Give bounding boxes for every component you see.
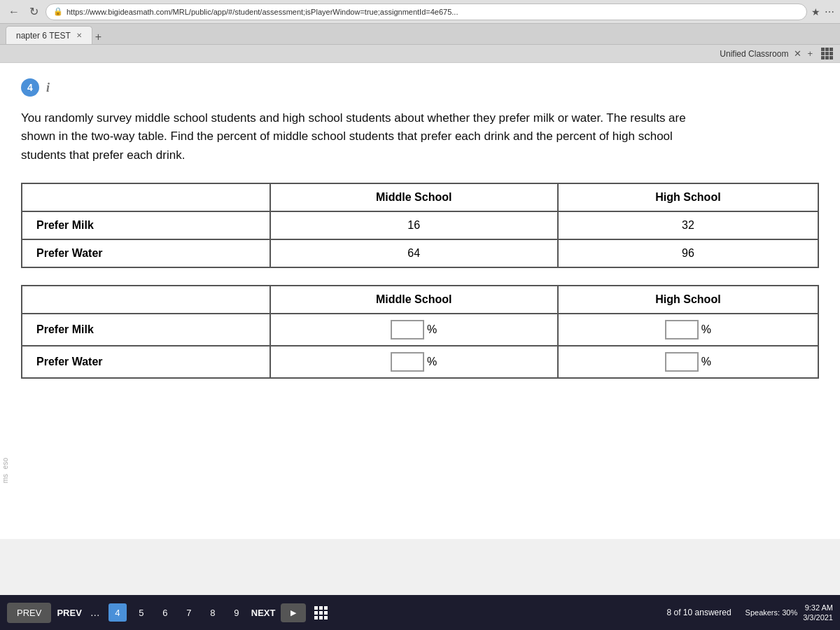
lock-icon: 🔒 (53, 7, 63, 16)
input-row-water-high-cell: % (558, 346, 818, 378)
bookmark-button[interactable]: ★ (811, 6, 820, 18)
url-text: https://www.bigideasmath.com/MRL/public/… (66, 8, 458, 16)
data-table: Middle School High School Prefer Milk 16… (21, 183, 819, 268)
add-tab-icon[interactable]: + (807, 48, 813, 59)
page-6[interactable]: 6 (156, 603, 174, 622)
answered-count: 8 of 10 answered (667, 608, 732, 617)
info-badge: i (46, 80, 50, 95)
page-7[interactable]: 7 (180, 603, 198, 622)
data-row-water-label: Prefer Water (22, 239, 270, 267)
time-display: 9:32 AM 3/3/2021 (803, 603, 833, 623)
close-icon[interactable]: ✕ (794, 48, 802, 59)
input-row-milk-label: Prefer Milk (22, 314, 270, 346)
refresh-button[interactable]: ↻ (27, 4, 41, 20)
data-table-empty-header (22, 183, 270, 211)
page-5[interactable]: 5 (132, 603, 150, 622)
input-row-water-middle-cell: % (270, 346, 558, 378)
data-row-water: Prefer Water 64 96 (22, 239, 818, 267)
bottom-nav-bar: PREV PREV … 4 5 6 7 8 9 NEXT ▶ 8 of 10 a… (0, 595, 840, 630)
milk-high-percent: % (701, 323, 711, 336)
prev-label: PREV (57, 608, 81, 618)
water-high-percent: % (701, 356, 711, 368)
data-row-milk: Prefer Milk 16 32 (22, 211, 818, 239)
prev-button[interactable]: PREV (7, 603, 51, 623)
new-tab-button[interactable]: + (95, 31, 102, 43)
speaker-label: Speakers: 30% (746, 608, 798, 617)
next-button[interactable]: ▶ (281, 603, 306, 622)
tab-close-icon[interactable]: ✕ (76, 31, 82, 39)
left-sidebar-label-eso: eso (1, 458, 9, 469)
input-table-header-middle: Middle School (270, 286, 558, 314)
page-8[interactable]: 8 (204, 603, 222, 622)
input-row-water-label: Prefer Water (22, 346, 270, 378)
milk-middle-percent: % (427, 323, 437, 336)
input-row-water: Prefer Water % % (22, 346, 818, 378)
extensions-button[interactable]: ⋯ (825, 6, 834, 18)
input-table-empty-header (22, 286, 270, 314)
input-row-milk: Prefer Milk % % (22, 314, 818, 346)
grid-nav-icon[interactable] (314, 606, 328, 620)
back-button[interactable]: ← (6, 4, 22, 20)
data-row-water-high: 96 (558, 239, 818, 267)
data-row-water-middle: 64 (270, 239, 558, 267)
milk-high-input[interactable] (665, 320, 699, 340)
input-table: Middle School High School Prefer Milk % (21, 285, 819, 379)
question-number-badge: 4 (21, 78, 39, 97)
data-table-header-high: High School (558, 183, 818, 211)
grid-icon[interactable] (821, 48, 833, 59)
data-row-milk-middle: 16 (270, 211, 558, 239)
address-bar[interactable]: 🔒 https://www.bigideasmath.com/MRL/publi… (46, 4, 807, 20)
data-table-header-middle: Middle School (270, 183, 558, 211)
tab-label: napter 6 TEST (16, 31, 71, 41)
water-high-input[interactable] (665, 352, 699, 372)
input-row-milk-middle-cell: % (270, 314, 558, 346)
left-sidebar-label-ms: ms (1, 474, 9, 483)
input-table-header-high: High School (558, 286, 818, 314)
active-tab[interactable]: napter 6 TEST ✕ (6, 26, 92, 44)
water-middle-percent: % (427, 356, 437, 368)
milk-middle-input[interactable] (391, 320, 424, 340)
page-9[interactable]: 9 (227, 603, 246, 622)
page-4[interactable]: 4 (108, 603, 127, 622)
data-row-milk-high: 32 (558, 211, 818, 239)
main-content: 4 i You randomly survey middle school st… (0, 63, 840, 539)
next-label: NEXT (251, 608, 276, 618)
ellipsis: … (90, 607, 100, 618)
input-row-milk-high-cell: % (558, 314, 818, 346)
problem-text: You randomly survey middle school studen… (21, 109, 693, 164)
data-row-milk-label: Prefer Milk (22, 211, 270, 239)
unified-classroom-label: Unified Classroom (720, 49, 788, 59)
water-middle-input[interactable] (391, 352, 424, 372)
